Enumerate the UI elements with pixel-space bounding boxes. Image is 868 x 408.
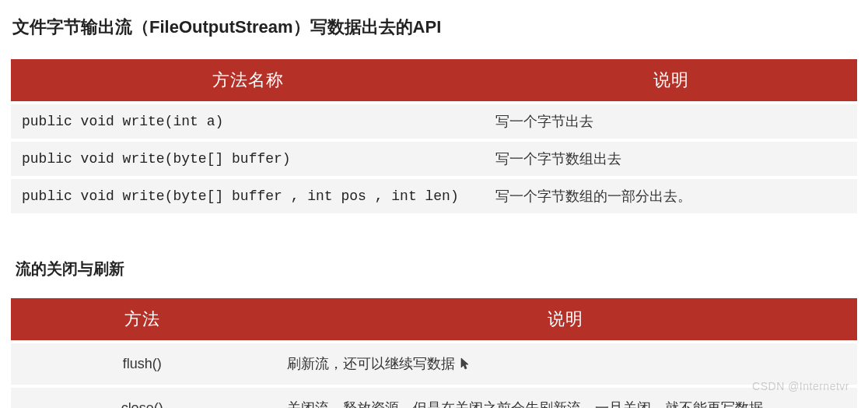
- method-cell: public void write(byte[] buffer): [11, 142, 485, 176]
- close-flush-table: 方法 说明 flush() 刷新流，还可以继续写数据 close() 关闭流，释…: [11, 295, 857, 408]
- table1-header-method: 方法名称: [11, 59, 485, 101]
- desc-cell: 写一个字节出去: [485, 104, 857, 139]
- table-row: public void write(byte[] buffer , int po…: [11, 179, 857, 213]
- section-title: 文件字节输出流（FileOutputStream）写数据出去的API: [12, 16, 857, 39]
- desc-cell: 写一个字节数组出去: [485, 142, 857, 176]
- method-cell: public void write(int a): [11, 104, 485, 139]
- method-cell: close(): [11, 388, 273, 408]
- api-methods-table: 方法名称 说明 public void write(int a) 写一个字节出去…: [11, 56, 857, 216]
- method-cell: flush(): [11, 343, 273, 385]
- table-row: public void write(int a) 写一个字节出去: [11, 104, 857, 139]
- table2-header-method: 方法: [11, 298, 273, 340]
- table-row: close() 关闭流，释放资源，但是在关闭之前会先刷新流。一旦关闭，就不能再写…: [11, 388, 857, 408]
- table2-header-desc: 说明: [273, 298, 857, 340]
- desc-cell: 关闭流，释放资源，但是在关闭之前会先刷新流。一旦关闭，就不能再写数据: [273, 388, 857, 408]
- method-cell: public void write(byte[] buffer , int po…: [11, 179, 485, 213]
- table1-header-desc: 说明: [485, 59, 857, 101]
- desc-cell: 写一个字节数组的一部分出去。: [485, 179, 857, 213]
- subsection-title: 流的关闭与刷新: [16, 259, 857, 280]
- cursor-arrow-icon: [460, 357, 470, 374]
- desc-text: 刷新流，还可以继续写数据: [287, 356, 455, 371]
- table-row: flush() 刷新流，还可以继续写数据: [11, 343, 857, 385]
- table-row: public void write(byte[] buffer) 写一个字节数组…: [11, 142, 857, 176]
- desc-cell: 刷新流，还可以继续写数据: [273, 343, 857, 385]
